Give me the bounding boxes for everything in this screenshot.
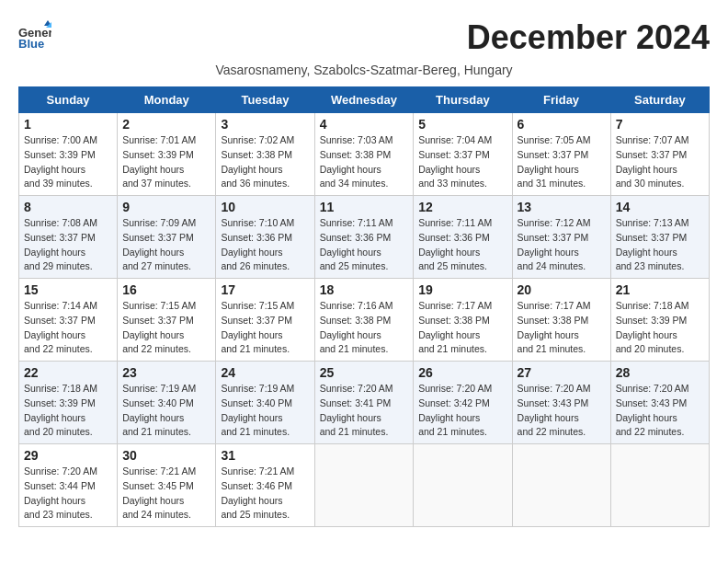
calendar-week-row: 1 Sunrise: 7:00 AM Sunset: 3:39 PM Dayli…	[19, 113, 710, 196]
calendar-header-row: Sunday Monday Tuesday Wednesday Thursday…	[19, 87, 710, 113]
day-number: 26	[418, 365, 506, 380]
day-number: 3	[221, 117, 309, 132]
table-row: 17 Sunrise: 7:15 AM Sunset: 3:37 PM Dayl…	[216, 279, 314, 362]
day-number: 20	[518, 282, 606, 297]
col-saturday: Saturday	[610, 87, 709, 113]
table-row: 10 Sunrise: 7:10 AM Sunset: 3:36 PM Dayl…	[216, 196, 314, 279]
day-info: Sunrise: 7:18 AM Sunset: 3:39 PM Dayligh…	[24, 382, 112, 440]
table-row	[512, 444, 610, 527]
day-info: Sunrise: 7:12 AM Sunset: 3:37 PM Dayligh…	[518, 216, 606, 274]
day-number: 31	[221, 448, 309, 463]
day-info: Sunrise: 7:01 AM Sunset: 3:39 PM Dayligh…	[122, 133, 210, 191]
table-row: 20 Sunrise: 7:17 AM Sunset: 3:38 PM Dayl…	[512, 279, 610, 362]
day-info: Sunrise: 7:07 AM Sunset: 3:37 PM Dayligh…	[616, 133, 704, 191]
table-row: 9 Sunrise: 7:09 AM Sunset: 3:37 PM Dayli…	[118, 196, 216, 279]
day-info: Sunrise: 7:16 AM Sunset: 3:38 PM Dayligh…	[320, 299, 409, 357]
day-info: Sunrise: 7:21 AM Sunset: 3:46 PM Dayligh…	[221, 465, 309, 523]
day-number: 17	[221, 282, 309, 297]
table-row: 5 Sunrise: 7:04 AM Sunset: 3:37 PM Dayli…	[414, 113, 512, 196]
logo-icon: General Blue	[18, 18, 51, 52]
logo: General Blue	[18, 18, 55, 52]
table-row: 27 Sunrise: 7:20 AM Sunset: 3:43 PM Dayl…	[512, 362, 610, 444]
table-row	[314, 444, 414, 527]
day-info: Sunrise: 7:17 AM Sunset: 3:38 PM Dayligh…	[418, 299, 506, 357]
header: General Blue December 2024	[18, 18, 710, 57]
day-number: 11	[320, 200, 409, 214]
table-row: 1 Sunrise: 7:00 AM Sunset: 3:39 PM Dayli…	[19, 113, 118, 196]
table-row: 28 Sunrise: 7:20 AM Sunset: 3:43 PM Dayl…	[610, 362, 709, 444]
table-row: 19 Sunrise: 7:17 AM Sunset: 3:38 PM Dayl…	[414, 279, 512, 362]
day-number: 1	[24, 117, 112, 132]
calendar-week-row: 8 Sunrise: 7:08 AM Sunset: 3:37 PM Dayli…	[19, 196, 710, 279]
day-info: Sunrise: 7:19 AM Sunset: 3:40 PM Dayligh…	[122, 382, 210, 440]
day-number: 14	[616, 200, 704, 214]
table-row: 6 Sunrise: 7:05 AM Sunset: 3:37 PM Dayli…	[512, 113, 610, 196]
day-info: Sunrise: 7:20 AM Sunset: 3:44 PM Dayligh…	[24, 465, 112, 523]
day-info: Sunrise: 7:13 AM Sunset: 3:37 PM Dayligh…	[616, 216, 704, 274]
svg-text:Blue: Blue	[18, 37, 44, 51]
day-number: 6	[518, 117, 606, 132]
table-row: 18 Sunrise: 7:16 AM Sunset: 3:38 PM Dayl…	[314, 279, 414, 362]
table-row: 16 Sunrise: 7:15 AM Sunset: 3:37 PM Dayl…	[118, 279, 216, 362]
page-container: General Blue December 2024 Vasarosnameny…	[18, 18, 710, 527]
table-row: 30 Sunrise: 7:21 AM Sunset: 3:45 PM Dayl…	[118, 444, 216, 527]
day-number: 4	[320, 117, 409, 132]
day-info: Sunrise: 7:15 AM Sunset: 3:37 PM Dayligh…	[122, 299, 210, 357]
table-row: 25 Sunrise: 7:20 AM Sunset: 3:41 PM Dayl…	[314, 362, 414, 444]
day-info: Sunrise: 7:20 AM Sunset: 3:43 PM Dayligh…	[518, 382, 606, 440]
day-info: Sunrise: 7:18 AM Sunset: 3:39 PM Dayligh…	[616, 299, 704, 357]
calendar-table: Sunday Monday Tuesday Wednesday Thursday…	[18, 86, 710, 527]
day-number: 2	[122, 117, 210, 132]
calendar-week-row: 29 Sunrise: 7:20 AM Sunset: 3:44 PM Dayl…	[19, 444, 710, 527]
day-info: Sunrise: 7:21 AM Sunset: 3:45 PM Dayligh…	[122, 465, 210, 523]
day-info: Sunrise: 7:00 AM Sunset: 3:39 PM Dayligh…	[24, 133, 112, 191]
day-number: 5	[418, 117, 506, 132]
day-info: Sunrise: 7:11 AM Sunset: 3:36 PM Dayligh…	[320, 216, 409, 274]
table-row: 15 Sunrise: 7:14 AM Sunset: 3:37 PM Dayl…	[19, 279, 118, 362]
subtitle: Vasarosnameny, Szabolcs-Szatmar-Bereg, H…	[18, 63, 710, 77]
day-info: Sunrise: 7:05 AM Sunset: 3:37 PM Dayligh…	[518, 133, 606, 191]
table-row: 31 Sunrise: 7:21 AM Sunset: 3:46 PM Dayl…	[216, 444, 314, 527]
day-number: 9	[122, 200, 210, 214]
day-number: 23	[122, 365, 210, 380]
day-info: Sunrise: 7:08 AM Sunset: 3:37 PM Dayligh…	[24, 216, 112, 274]
col-monday: Monday	[118, 87, 216, 113]
day-number: 21	[616, 282, 704, 297]
day-number: 12	[418, 200, 506, 214]
table-row	[610, 444, 709, 527]
table-row: 21 Sunrise: 7:18 AM Sunset: 3:39 PM Dayl…	[610, 279, 709, 362]
day-number: 27	[518, 365, 606, 380]
day-info: Sunrise: 7:17 AM Sunset: 3:38 PM Dayligh…	[518, 299, 606, 357]
day-number: 19	[418, 282, 506, 297]
col-tuesday: Tuesday	[216, 87, 314, 113]
table-row: 8 Sunrise: 7:08 AM Sunset: 3:37 PM Dayli…	[19, 196, 118, 279]
day-number: 28	[616, 365, 704, 380]
table-row: 3 Sunrise: 7:02 AM Sunset: 3:38 PM Dayli…	[216, 113, 314, 196]
day-info: Sunrise: 7:09 AM Sunset: 3:37 PM Dayligh…	[122, 216, 210, 274]
day-number: 13	[518, 200, 606, 214]
table-row: 23 Sunrise: 7:19 AM Sunset: 3:40 PM Dayl…	[118, 362, 216, 444]
calendar-week-row: 15 Sunrise: 7:14 AM Sunset: 3:37 PM Dayl…	[19, 279, 710, 362]
day-number: 29	[24, 448, 112, 463]
day-info: Sunrise: 7:15 AM Sunset: 3:37 PM Dayligh…	[221, 299, 309, 357]
table-row: 26 Sunrise: 7:20 AM Sunset: 3:42 PM Dayl…	[414, 362, 512, 444]
table-row: 12 Sunrise: 7:11 AM Sunset: 3:36 PM Dayl…	[414, 196, 512, 279]
table-row: 13 Sunrise: 7:12 AM Sunset: 3:37 PM Dayl…	[512, 196, 610, 279]
day-info: Sunrise: 7:03 AM Sunset: 3:38 PM Dayligh…	[320, 133, 409, 191]
day-info: Sunrise: 7:04 AM Sunset: 3:37 PM Dayligh…	[418, 133, 506, 191]
day-number: 15	[24, 282, 112, 297]
day-number: 24	[221, 365, 309, 380]
day-info: Sunrise: 7:10 AM Sunset: 3:36 PM Dayligh…	[221, 216, 309, 274]
day-info: Sunrise: 7:19 AM Sunset: 3:40 PM Dayligh…	[221, 382, 309, 440]
day-number: 8	[24, 200, 112, 214]
month-title: December 2024	[467, 18, 710, 57]
table-row: 22 Sunrise: 7:18 AM Sunset: 3:39 PM Dayl…	[19, 362, 118, 444]
day-info: Sunrise: 7:11 AM Sunset: 3:36 PM Dayligh…	[418, 216, 506, 274]
day-number: 16	[122, 282, 210, 297]
day-number: 25	[320, 365, 409, 380]
day-info: Sunrise: 7:14 AM Sunset: 3:37 PM Dayligh…	[24, 299, 112, 357]
col-sunday: Sunday	[19, 87, 118, 113]
day-number: 18	[320, 282, 409, 297]
day-info: Sunrise: 7:20 AM Sunset: 3:42 PM Dayligh…	[418, 382, 506, 440]
col-thursday: Thursday	[414, 87, 512, 113]
